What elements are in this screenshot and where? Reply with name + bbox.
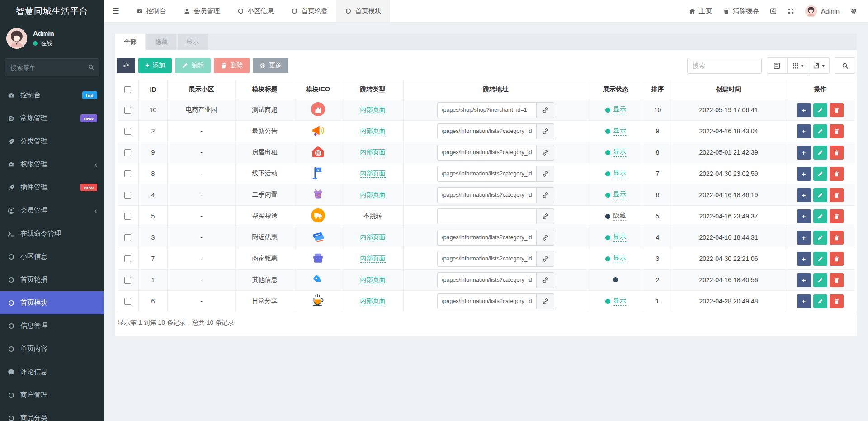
row-checkbox[interactable] bbox=[124, 149, 131, 156]
sidebar-item[interactable]: 首页轮播 bbox=[0, 268, 104, 291]
status-toggle[interactable]: 显示 bbox=[605, 127, 626, 136]
jump-url-input[interactable] bbox=[437, 208, 537, 224]
cell-jump-type[interactable]: 内部页面 bbox=[360, 170, 386, 178]
row-edit-button[interactable] bbox=[813, 294, 827, 308]
cell-jump-type[interactable]: 内部页面 bbox=[360, 276, 386, 284]
sidebar-item[interactable]: 控制台hot bbox=[0, 84, 104, 107]
link-button[interactable] bbox=[537, 208, 554, 224]
status-toggle[interactable]: 显示 bbox=[605, 169, 626, 178]
search-submit-button[interactable] bbox=[835, 57, 855, 74]
sidebar-item[interactable]: 评论信息 bbox=[0, 360, 104, 383]
cell-jump-type[interactable]: 内部页面 bbox=[360, 127, 386, 135]
topbar-tab[interactable]: 小区信息 bbox=[229, 0, 283, 22]
row-delete-button[interactable] bbox=[830, 294, 844, 308]
edit-button[interactable]: 编辑 bbox=[175, 58, 211, 73]
user-menu[interactable]: Admin bbox=[805, 5, 840, 17]
row-checkbox[interactable] bbox=[124, 128, 131, 135]
clear-cache-link[interactable]: 清除缓存 bbox=[723, 7, 759, 15]
row-checkbox[interactable] bbox=[124, 170, 131, 177]
link-button[interactable] bbox=[537, 123, 554, 139]
row-edit-button[interactable] bbox=[813, 103, 827, 117]
row-add-button[interactable]: + bbox=[797, 294, 811, 308]
table-search-input[interactable] bbox=[687, 58, 762, 74]
row-add-button[interactable]: + bbox=[797, 252, 811, 266]
jump-url-input[interactable] bbox=[437, 187, 537, 203]
add-button[interactable]: + 添加 bbox=[138, 58, 172, 73]
row-edit-button[interactable] bbox=[813, 188, 827, 202]
jump-url-input[interactable] bbox=[437, 293, 537, 309]
jump-url-input[interactable] bbox=[437, 272, 537, 288]
row-edit-button[interactable] bbox=[813, 252, 827, 266]
sidebar-item[interactable]: 小区信息 bbox=[0, 245, 104, 268]
jump-url-input[interactable] bbox=[437, 123, 537, 139]
status-toggle[interactable]: 显示 bbox=[605, 105, 626, 114]
status-toggle[interactable]: 显示 bbox=[605, 233, 626, 242]
select-all-checkbox[interactable] bbox=[124, 86, 131, 93]
jump-url-input[interactable] bbox=[437, 145, 537, 161]
row-edit-button[interactable] bbox=[813, 167, 827, 181]
row-add-button[interactable]: + bbox=[797, 209, 811, 223]
row-add-button[interactable]: + bbox=[797, 103, 811, 117]
sidebar-item[interactable]: 常规管理new bbox=[0, 107, 104, 130]
language-icon[interactable] bbox=[770, 8, 777, 14]
export-button[interactable]: ▾ bbox=[808, 57, 830, 74]
filter-tab[interactable]: 全部 bbox=[115, 34, 145, 50]
filter-tab[interactable]: 隐藏 bbox=[146, 34, 176, 50]
row-edit-button[interactable] bbox=[813, 231, 827, 245]
row-add-button[interactable]: + bbox=[797, 167, 811, 181]
link-button[interactable] bbox=[537, 230, 554, 246]
sidebar-item[interactable]: 信息管理 bbox=[0, 314, 104, 337]
jump-url-input[interactable] bbox=[437, 166, 537, 182]
jump-url-input[interactable] bbox=[437, 230, 537, 246]
status-toggle[interactable]: 显示 bbox=[605, 148, 626, 157]
row-add-button[interactable]: + bbox=[797, 231, 811, 245]
row-checkbox[interactable] bbox=[124, 298, 131, 305]
row-edit-button[interactable] bbox=[813, 209, 827, 223]
row-checkbox[interactable] bbox=[124, 213, 131, 220]
status-toggle[interactable]: 隐藏 bbox=[605, 212, 626, 221]
link-button[interactable] bbox=[537, 272, 554, 288]
sidebar-item[interactable]: 商品分类 bbox=[0, 407, 104, 421]
row-checkbox[interactable] bbox=[124, 255, 131, 262]
jump-url-input[interactable] bbox=[437, 251, 537, 267]
status-toggle[interactable]: 显示 bbox=[605, 190, 626, 199]
refresh-button[interactable] bbox=[117, 58, 135, 73]
delete-button[interactable]: 删除 bbox=[214, 58, 250, 73]
row-checkbox[interactable] bbox=[124, 107, 131, 114]
sidebar-item[interactable]: 插件管理new bbox=[0, 176, 104, 199]
row-add-button[interactable]: + bbox=[797, 188, 811, 202]
cell-jump-type[interactable]: 内部页面 bbox=[360, 106, 386, 114]
row-edit-button[interactable] bbox=[813, 124, 827, 138]
home-link[interactable]: 主页 bbox=[689, 7, 712, 15]
topbar-tab[interactable]: 首页轮播 bbox=[283, 0, 336, 22]
row-checkbox[interactable] bbox=[124, 234, 131, 241]
cell-jump-type[interactable]: 内部页面 bbox=[360, 233, 386, 241]
row-edit-button[interactable] bbox=[813, 146, 827, 160]
sidebar-item[interactable]: 单页内容 bbox=[0, 337, 104, 360]
fullscreen-icon[interactable] bbox=[788, 8, 794, 14]
link-button[interactable] bbox=[537, 251, 554, 267]
sidebar-item[interactable]: 权限管理‹ bbox=[0, 153, 104, 176]
link-button[interactable] bbox=[537, 187, 554, 203]
columns-button[interactable]: ▾ bbox=[788, 57, 809, 74]
topbar-tab[interactable]: 控制台 bbox=[127, 0, 175, 22]
row-delete-button[interactable] bbox=[830, 252, 844, 266]
row-delete-button[interactable] bbox=[830, 124, 844, 138]
status-toggle[interactable]: 显示 bbox=[605, 254, 626, 263]
cell-jump-type[interactable]: 内部页面 bbox=[360, 191, 386, 199]
sidebar-item[interactable]: 首页模块 bbox=[0, 291, 104, 314]
cell-jump-type[interactable]: 内部页面 bbox=[360, 297, 386, 305]
row-delete-button[interactable] bbox=[830, 273, 844, 287]
sidebar-item[interactable]: 在线命令管理 bbox=[0, 222, 104, 245]
jump-url-input[interactable] bbox=[437, 102, 537, 118]
sidebar-item[interactable]: 分类管理 bbox=[0, 130, 104, 153]
menu-search-input[interactable] bbox=[5, 58, 99, 76]
row-add-button[interactable]: + bbox=[797, 273, 811, 287]
cell-jump-type[interactable]: 内部页面 bbox=[360, 255, 386, 263]
row-checkbox[interactable] bbox=[124, 192, 131, 199]
sidebar-item[interactable]: 商户管理 bbox=[0, 383, 104, 407]
link-button[interactable] bbox=[537, 145, 554, 161]
cell-jump-type[interactable]: 内部页面 bbox=[360, 148, 386, 156]
row-edit-button[interactable] bbox=[813, 273, 827, 287]
row-delete-button[interactable] bbox=[830, 231, 844, 245]
